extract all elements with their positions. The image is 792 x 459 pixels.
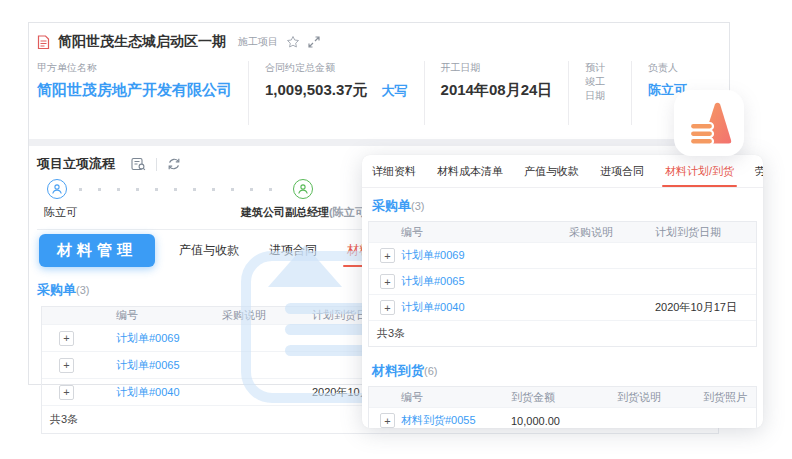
page-title: 简阳世茂生态城启动区一期: [58, 33, 226, 51]
flow-start-avatar: [47, 179, 67, 199]
expand-row-button[interactable]: +: [380, 413, 395, 428]
tab-incoming-contracts[interactable]: 进项合同: [269, 232, 317, 269]
flow-dotted-connector: [79, 188, 279, 191]
contract-amount-value: 1,009,503.37元大写: [265, 81, 408, 100]
field-party-a: 甲方单位名称 简阳世茂房地产开发有限公司: [37, 61, 249, 125]
expand-row-button[interactable]: +: [59, 358, 74, 373]
fullscreen-icon[interactable]: [308, 36, 320, 48]
field-label: 预计竣工日期: [585, 61, 615, 103]
field-label: 合同约定总金额: [265, 61, 408, 75]
flow-end-label: 建筑公司副总经理(陈立可): [241, 205, 369, 220]
material-management-button[interactable]: 材料管理: [39, 234, 155, 267]
purchase-section-header: 采购单(3): [372, 196, 757, 215]
app-logo-icon: [685, 100, 733, 146]
table-header-row: 编号 采购说明 计划到货日期: [369, 222, 756, 242]
project-header: 简阳世茂生态城启动区一期 施工项目: [29, 23, 729, 51]
party-a-link[interactable]: 简阳世茂房地产开发有限公司: [37, 81, 232, 100]
project-fields: 甲方单位名称 简阳世茂房地产开发有限公司 合同约定总金额 1,009,503.3…: [29, 51, 729, 139]
start-date-value: 2014年08月24日: [441, 81, 553, 100]
expand-row-button[interactable]: +: [380, 248, 395, 263]
project-type-badge: 施工项目: [238, 35, 278, 49]
arrival-order-link[interactable]: 材料到货#0055: [395, 413, 505, 428]
star-icon[interactable]: [286, 35, 300, 49]
tab-output-and-receipts[interactable]: 产值与收款: [179, 232, 239, 269]
tab-details[interactable]: 详细资料: [372, 155, 416, 188]
plan-order-link[interactable]: 计划单#0069: [86, 331, 220, 346]
plan-order-link[interactable]: 计划单#0069: [395, 248, 563, 263]
field-label: 甲方单位名称: [37, 61, 232, 75]
flow-start-label: 陈立可: [44, 205, 77, 220]
expand-row-button[interactable]: +: [380, 274, 395, 289]
table-total-count: 共3条: [369, 320, 756, 346]
material-plan-panel: 详细资料 材料成本清单 产值与收款 进项合同 材料计划/到货 劳务工人 采购单(…: [362, 155, 763, 428]
tab-incoming-contracts[interactable]: 进项合同: [600, 155, 644, 188]
plan-order-link[interactable]: 计划单#0065: [86, 358, 220, 373]
field-label: 负责人: [648, 61, 687, 75]
table-row: + 材料到货#0055 10,000.00: [369, 407, 756, 428]
table-row: + 计划单#0040 2020年10月17日: [369, 294, 756, 320]
tab-output-and-receipts[interactable]: 产值与收款: [524, 155, 579, 188]
tab-material-cost-list[interactable]: 材料成本清单: [437, 155, 503, 188]
section-separator: [29, 139, 729, 146]
field-expected-completion: 预计竣工日期: [585, 61, 632, 125]
tab-laborers[interactable]: 劳务工人: [755, 155, 763, 188]
field-label: 开工日期: [441, 61, 553, 75]
tab-material-plan-arrival[interactable]: 材料计划/到货: [665, 155, 734, 188]
plan-order-link[interactable]: 计划单#0040: [395, 300, 563, 315]
plan-order-link[interactable]: 计划单#0040: [86, 385, 220, 400]
table-header-row: 编号 到货金额 到货说明 到货照片: [369, 387, 756, 407]
table-row: + 计划单#0069: [369, 242, 756, 268]
field-start-date: 开工日期 2014年08月24日: [441, 61, 570, 125]
document-icon: [37, 35, 50, 50]
panel-tab-bar: 详细资料 材料成本清单 产值与收款 进项合同 材料计划/到货 劳务工人: [362, 155, 763, 188]
plan-order-link[interactable]: 计划单#0065: [395, 274, 563, 289]
flow-section-title: 项目立项流程: [37, 155, 115, 173]
completion-date-value: [585, 109, 615, 125]
flow-detail-icon[interactable]: [131, 157, 146, 171]
flow-end-avatar: [293, 179, 313, 199]
expand-row-button[interactable]: +: [59, 331, 74, 346]
divider: [156, 158, 157, 171]
table-row: + 计划单#0065: [369, 268, 756, 294]
arrival-section-header: 材料到货(6): [372, 361, 757, 380]
amount-in-words-link[interactable]: 大写: [382, 83, 408, 98]
expand-row-button[interactable]: +: [59, 385, 74, 400]
field-contract-amount: 合同约定总金额 1,009,503.37元大写: [265, 61, 425, 125]
app-logo-badge: [674, 90, 744, 156]
refresh-icon[interactable]: [167, 157, 181, 171]
panel-purchase-table: 编号 采购说明 计划到货日期 + 计划单#0069 + 计划单#0065 + 计…: [368, 221, 757, 347]
panel-arrival-table: 编号 到货金额 到货说明 到货照片 + 材料到货#0055 10,000.00: [368, 386, 757, 428]
expand-row-button[interactable]: +: [380, 300, 395, 315]
